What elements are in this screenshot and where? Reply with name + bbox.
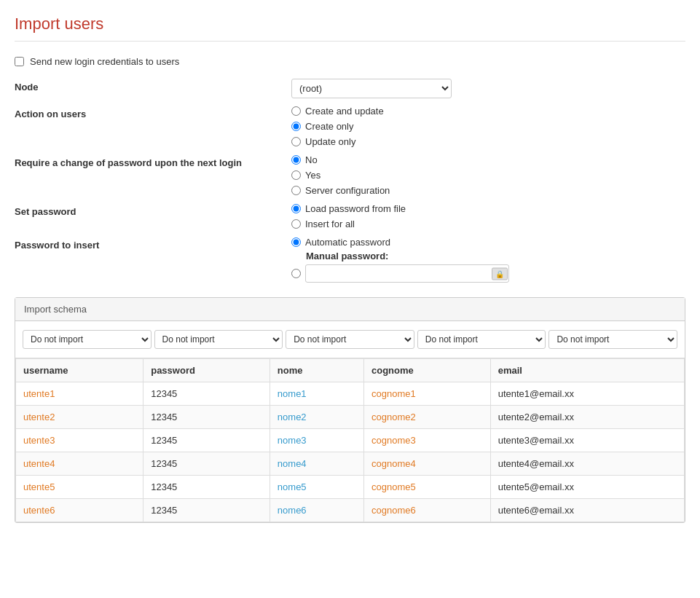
password-toggle-icon[interactable]: 🔒 (492, 267, 508, 280)
cell-username: utente2 (16, 406, 143, 429)
send-credentials-label[interactable]: Send new login credentials to users (30, 56, 179, 67)
cell-password: 12345 (143, 429, 270, 452)
manual-password-label: Manual password: (306, 251, 388, 261)
require-password-change-control: No Yes Server configuration (291, 154, 685, 196)
schema-select-4[interactable]: Do not import username password nome cog… (417, 330, 546, 349)
manual-password-input-wrapper: 🔒 (305, 264, 509, 283)
node-control: (root) (291, 79, 685, 98)
password-to-insert-radio-group: Automatic password (291, 237, 685, 248)
cell-username: utente4 (16, 452, 143, 476)
schema-dropdowns-row: Do not import username password nome cog… (15, 321, 685, 358)
action-on-users-label: Action on users (15, 106, 291, 119)
col-header-email: email (490, 359, 684, 382)
action-create-and-update-radio[interactable] (291, 106, 301, 116)
cell-password: 12345 (143, 382, 270, 406)
action-update-only-radio[interactable] (291, 137, 301, 146)
import-schema-container: Import schema Do not import username pas… (15, 297, 685, 523)
set-password-row: Set password Load password from file Ins… (15, 203, 685, 229)
pw-insert-automatic: Automatic password (291, 237, 685, 248)
action-update-only: Update only (291, 136, 685, 147)
action-on-users-row: Action on users Create and update Create… (15, 106, 685, 147)
schema-dropdown-3: Do not import username password nome cog… (284, 327, 416, 352)
cell-cognome: cognome5 (363, 476, 490, 499)
schema-select-2[interactable]: Do not import username password nome cog… (154, 330, 283, 349)
cell-email: utente2@email.xx (490, 406, 684, 429)
manual-password-input-row: 🔒 (291, 264, 685, 283)
set-pw-insert-for-all-label[interactable]: Insert for all (305, 219, 355, 229)
set-pw-insert-for-all-radio[interactable] (291, 219, 301, 229)
schema-select-3[interactable]: Do not import username password nome cog… (286, 330, 414, 349)
action-update-only-label[interactable]: Update only (305, 136, 355, 147)
cell-email: utente5@email.xx (490, 476, 684, 499)
action-on-users-control: Create and update Create only Update onl… (291, 106, 685, 147)
cell-cognome: cognome2 (363, 406, 490, 429)
pw-change-yes-label[interactable]: Yes (305, 170, 320, 181)
pw-change-yes: Yes (291, 170, 685, 181)
cell-nome: nome2 (270, 406, 363, 429)
password-to-insert-label: Password to insert (15, 237, 291, 251)
cell-nome: nome6 (270, 499, 363, 522)
set-password-label: Set password (15, 203, 291, 217)
action-create-and-update-label[interactable]: Create and update (305, 106, 384, 117)
password-to-insert-row: Password to insert Automatic password Ma… (15, 237, 685, 283)
send-credentials-checkbox[interactable] (15, 57, 24, 66)
table-row: utente3 12345 nome3 cognome3 utente3@ema… (16, 429, 685, 452)
schema-dropdown-1: Do not import username password nome cog… (21, 327, 153, 352)
cell-username: utente3 (16, 429, 143, 452)
pw-change-server-config-radio[interactable] (291, 186, 301, 195)
import-data-table: username password nome cognome email ute… (15, 358, 685, 522)
pw-change-no-label[interactable]: No (305, 154, 318, 165)
schema-select-1[interactable]: Do not import username password nome cog… (23, 330, 152, 349)
cell-cognome: cognome6 (363, 499, 490, 522)
node-select[interactable]: (root) (291, 79, 452, 98)
pw-change-server-config: Server configuration (291, 185, 685, 196)
pw-change-server-config-label[interactable]: Server configuration (305, 185, 390, 196)
cell-password: 12345 (143, 406, 270, 429)
set-pw-load-from-file-label[interactable]: Load password from file (305, 203, 406, 214)
col-header-cognome: cognome (363, 359, 490, 382)
pw-insert-automatic-radio[interactable] (291, 237, 301, 247)
cell-cognome: cognome1 (363, 382, 490, 406)
action-create-only-radio[interactable] (291, 122, 301, 131)
col-header-username: username (16, 359, 143, 382)
cell-cognome: cognome4 (363, 452, 490, 476)
table-body: utente1 12345 nome1 cognome1 utente1@ema… (16, 382, 685, 522)
pw-change-no: No (291, 154, 685, 165)
cell-email: utente1@email.xx (490, 382, 684, 406)
set-pw-insert-for-all: Insert for all (291, 219, 685, 229)
schema-select-5[interactable]: Do not import username password nome cog… (548, 330, 677, 349)
cell-nome: nome5 (270, 476, 363, 499)
cell-username: utente5 (16, 476, 143, 499)
cell-email: utente4@email.xx (490, 452, 684, 476)
password-change-radio-group: No Yes Server configuration (291, 154, 685, 196)
cell-nome: nome1 (270, 382, 363, 406)
pw-insert-manual-radio[interactable] (291, 269, 301, 278)
action-radio-group: Create and update Create only Update onl… (291, 106, 685, 147)
table-row: utente6 12345 nome6 cognome6 utente6@ema… (16, 499, 685, 522)
action-create-only: Create only (291, 121, 685, 132)
node-row: Node (root) (15, 79, 685, 98)
cell-nome: nome3 (270, 429, 363, 452)
send-credentials-row: Send new login credentials to users (15, 56, 685, 67)
col-header-nome: nome (270, 359, 363, 382)
pw-change-yes-radio[interactable] (291, 170, 301, 180)
pw-change-no-radio[interactable] (291, 155, 301, 165)
schema-dropdown-4: Do not import username password nome cog… (416, 327, 548, 352)
page-title: Import users (15, 15, 685, 42)
action-create-and-update: Create and update (291, 106, 685, 117)
cell-cognome: cognome3 (363, 429, 490, 452)
table-row: utente1 12345 nome1 cognome1 utente1@ema… (16, 382, 685, 406)
cell-username: utente1 (16, 382, 143, 406)
set-pw-load-from-file-radio[interactable] (291, 204, 301, 213)
node-label: Node (15, 79, 291, 93)
set-password-control: Load password from file Insert for all (291, 203, 685, 229)
pw-insert-automatic-label[interactable]: Automatic password (305, 237, 390, 248)
manual-password-row: Manual password: (291, 251, 685, 261)
cell-username: utente6 (16, 499, 143, 522)
manual-password-input[interactable] (305, 264, 509, 283)
table-row: utente2 12345 nome2 cognome2 utente2@ema… (16, 406, 685, 429)
action-create-only-label[interactable]: Create only (305, 121, 353, 132)
table-row: utente4 12345 nome4 cognome4 utente4@ema… (16, 452, 685, 476)
require-password-change-row: Require a change of password upon the ne… (15, 154, 685, 196)
cell-password: 12345 (143, 452, 270, 476)
